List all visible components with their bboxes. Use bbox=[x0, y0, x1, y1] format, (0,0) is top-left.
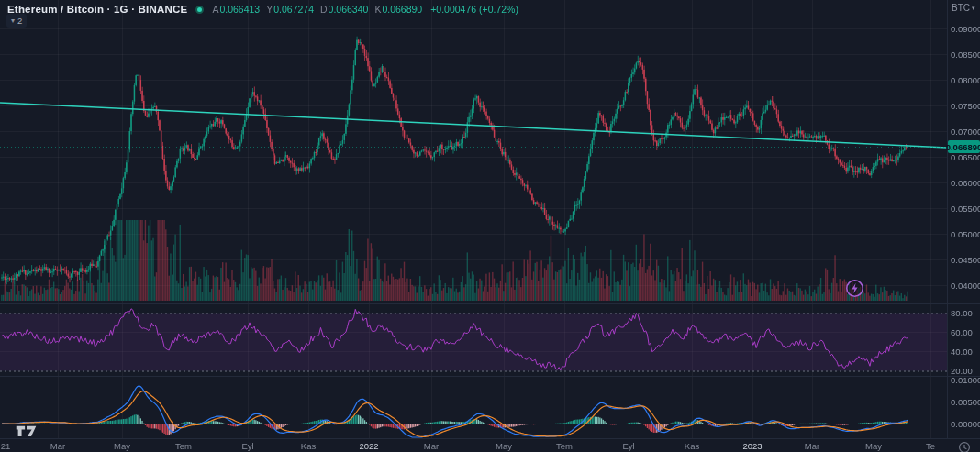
time-axis-label: 2023 bbox=[742, 441, 762, 451]
time-axis-label: May bbox=[865, 441, 882, 451]
time-axis-label: Eyl bbox=[241, 441, 253, 451]
time-axis-label: May bbox=[496, 441, 512, 451]
time-axis-label: Te bbox=[926, 441, 935, 451]
open-value: 0.066413 bbox=[219, 4, 260, 15]
low-value: 0.066340 bbox=[329, 4, 369, 15]
time-axis[interactable]: 21MarMayTemEylKas2022MarMayTemEylKas2023… bbox=[0, 439, 980, 452]
collapse-count: 2 bbox=[17, 16, 22, 26]
time-axis-label: Mar bbox=[50, 441, 65, 451]
high-label: Y bbox=[266, 4, 273, 15]
high-value: 0.067274 bbox=[273, 4, 314, 15]
chevron-down-icon: ▾ bbox=[11, 17, 15, 25]
time-axis-label: 2022 bbox=[359, 441, 378, 451]
time-axis-label: 21 bbox=[1, 441, 11, 451]
time-axis-label: Mar bbox=[805, 441, 819, 451]
time-axis-label: Kas bbox=[685, 441, 699, 451]
chevron-down-icon: ▾ bbox=[972, 5, 975, 12]
time-axis-label: Tem bbox=[175, 441, 192, 451]
legend-collapse-button[interactable]: ▾ 2 bbox=[6, 14, 27, 28]
market-status-icon[interactable] bbox=[195, 6, 204, 14]
time-axis-label: Tem bbox=[556, 441, 573, 451]
macd-scale-label: 0.010000 bbox=[951, 375, 980, 385]
clock-icon[interactable] bbox=[958, 441, 971, 452]
open-label: A bbox=[212, 4, 218, 15]
chart-canvas[interactable] bbox=[0, 0, 980, 452]
trading-chart-window: Ethereum / Bitcoin · 1G · BINANCE A0.066… bbox=[0, 0, 980, 452]
currency-toggle[interactable]: BTC ▾ bbox=[952, 3, 975, 13]
close-value: 0.066890 bbox=[382, 4, 422, 15]
time-axis-label: May bbox=[114, 441, 130, 451]
tradingview-logo[interactable] bbox=[7, 424, 46, 437]
time-axis-label: Kas bbox=[301, 441, 316, 451]
symbol-legend: Ethereum / Bitcoin · 1G · BINANCE A0.066… bbox=[7, 4, 518, 15]
flash-marker-icon[interactable] bbox=[845, 279, 864, 298]
macd-scale[interactable]: 0.0100000.0050000.000000 bbox=[951, 0, 980, 439]
time-axis-label: Eyl bbox=[622, 441, 634, 451]
symbol-title: Ethereum / Bitcoin · 1G · BINANCE bbox=[7, 4, 187, 15]
current-price-tag: 0.066890 bbox=[948, 140, 980, 153]
low-label: D bbox=[320, 4, 328, 15]
close-label: K bbox=[374, 4, 381, 15]
currency-label: BTC bbox=[952, 3, 970, 13]
macd-scale-label: 0.000000 bbox=[951, 419, 980, 429]
macd-scale-label: 0.005000 bbox=[951, 397, 980, 407]
change-value: +0.000476 (+0.72%) bbox=[430, 4, 518, 15]
time-axis-label: Mar bbox=[424, 441, 439, 451]
ohlc-values: A0.066413 Y0.067274 D0.066340 K0.066890 bbox=[212, 4, 422, 15]
